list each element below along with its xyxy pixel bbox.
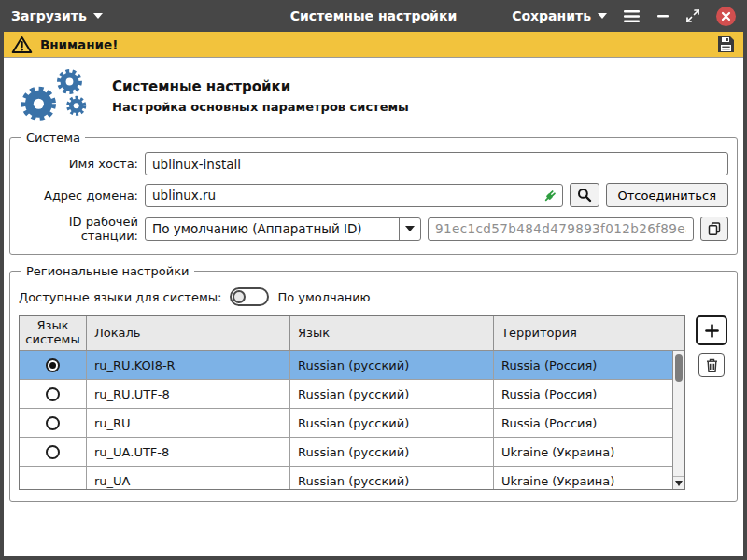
cell-territory: Ukraine (Украина): [494, 467, 684, 489]
station-id-row: ID рабочей станции: По умолчанию (Аппара…: [19, 215, 728, 243]
warning-icon: [11, 35, 33, 54]
default-language-toggle[interactable]: [230, 287, 269, 306]
station-id-value-field: [428, 217, 694, 241]
cell-locale: ru_RU.KOI8-R: [87, 351, 290, 379]
system-language-radio[interactable]: [46, 387, 60, 401]
regional-fieldset: Региональные настройки Доступные языки д…: [9, 264, 738, 502]
system-language-radio[interactable]: [46, 416, 60, 430]
regional-legend: Региональные настройки: [21, 264, 194, 278]
station-id-selected-option: По умолчанию (Аппаратный ID): [146, 218, 399, 240]
magnifier-icon: [577, 188, 592, 203]
table-row[interactable]: ru_RU Russian (русский) Russia (Россия): [20, 409, 684, 438]
close-icon: [721, 11, 731, 21]
available-languages-label: Доступные языки для системы:: [19, 290, 221, 304]
titlebar: Загрузить Системные настройки Сохранить: [0, 0, 747, 32]
arrow-down-icon: [675, 481, 683, 486]
table-header-row: Язык системы Локаль Язык Территория: [20, 316, 684, 351]
hamburger-icon: [623, 9, 641, 23]
cell-language: Russian (русский): [290, 467, 494, 489]
table-row[interactable]: ru_UA Russian (русский) Ukraine (Украина…: [20, 467, 684, 489]
table-body: ru_RU.KOI8-R Russian (русский) Russia (Р…: [20, 351, 684, 489]
locales-table-zone: Язык системы Локаль Язык Территория ru_R…: [19, 315, 728, 497]
expand-icon: [685, 8, 700, 23]
disconnect-button[interactable]: Отсоединиться: [606, 183, 729, 207]
page-title: Системные настройки: [112, 78, 409, 95]
system-legend: Система: [21, 131, 85, 145]
select-arrow-button[interactable]: [399, 218, 420, 240]
load-menu-button[interactable]: Загрузить: [11, 8, 103, 23]
cell-territory: Russia (Россия): [494, 380, 684, 408]
hostname-row: Имя хоста:: [19, 152, 728, 175]
table-actions: [695, 315, 728, 377]
system-language-radio[interactable]: [46, 445, 60, 459]
chevron-down-icon: [405, 226, 415, 231]
header-language: Язык: [290, 316, 494, 350]
table-row[interactable]: ru_RU.KOI8-R Russian (русский) Russia (Р…: [20, 351, 684, 380]
warning-text: Внимание!: [40, 37, 118, 52]
scrollbar-thumb[interactable]: [675, 354, 683, 382]
page-subtitle: Настройка основных параметров системы: [112, 100, 409, 114]
station-id-label: ID рабочей станции:: [19, 215, 138, 243]
domain-label: Адрес домена:: [19, 189, 138, 203]
system-language-radio[interactable]: [46, 358, 60, 372]
cell-territory: Ukraine (Украина): [494, 438, 684, 466]
floppy-icon: [716, 35, 736, 54]
table-row[interactable]: ru_UA.UTF-8 Russian (русский) Ukraine (У…: [20, 438, 684, 467]
hostname-input[interactable]: [145, 152, 728, 175]
cell-language: Russian (русский): [290, 351, 494, 379]
add-locale-button[interactable]: [696, 315, 727, 345]
page-header-text: Системные настройки Настройка основных п…: [112, 78, 409, 114]
cell-language: Russian (русский): [290, 409, 494, 437]
connected-plug-icon: [543, 188, 558, 203]
maximize-button[interactable]: [685, 8, 700, 23]
locales-table: Язык системы Локаль Язык Территория ru_R…: [19, 315, 685, 490]
header-territory: Территория: [494, 316, 684, 350]
cell-language: Russian (русский): [290, 380, 494, 408]
copy-icon: [707, 221, 722, 236]
trash-icon: [705, 357, 719, 373]
warning-banner: Внимание!: [4, 32, 743, 58]
cell-language: Russian (русский): [290, 438, 494, 466]
minimize-icon: [656, 9, 669, 22]
save-menu-button[interactable]: Сохранить: [512, 8, 607, 23]
cell-locale: ru_RU: [87, 409, 290, 437]
cell-locale: ru_RU.UTF-8: [87, 380, 290, 408]
copy-id-button[interactable]: [700, 217, 728, 241]
search-domain-button[interactable]: [570, 183, 599, 207]
domain-row: Адрес домена: Отсоединиться: [19, 183, 728, 207]
hostname-label: Имя хоста:: [19, 157, 138, 171]
available-languages-row: Доступные языки для системы: По умолчани…: [19, 287, 728, 306]
cell-locale: ru_UA.UTF-8: [87, 438, 290, 466]
toggle-knob: [233, 290, 246, 303]
caret-down-icon: [598, 13, 607, 19]
header-locale: Локаль: [87, 316, 290, 350]
system-fieldset: Система Имя хоста: Адрес домена:: [9, 131, 738, 255]
cell-territory: Russia (Россия): [494, 351, 684, 379]
delete-locale-button[interactable]: [698, 353, 725, 377]
main-menu-button[interactable]: [623, 9, 641, 23]
cell-territory: Russia (Россия): [494, 409, 684, 437]
domain-input[interactable]: [145, 184, 563, 207]
load-menu-label: Загрузить: [11, 8, 87, 23]
table-row[interactable]: ru_RU.UTF-8 Russian (русский) Russia (Ро…: [20, 380, 684, 409]
minimize-button[interactable]: [656, 9, 669, 22]
save-file-button[interactable]: [716, 35, 736, 54]
plus-icon: [704, 323, 720, 339]
cell-locale: ru_UA: [87, 467, 290, 489]
station-id-select[interactable]: По умолчанию (Аппаратный ID): [145, 217, 421, 241]
caret-down-icon: [93, 13, 103, 19]
gears-icon: [13, 67, 99, 125]
scrollbar-down-button[interactable]: [673, 476, 684, 489]
toggle-state-label: По умолчанию: [277, 290, 370, 304]
header-system-language: Язык системы: [20, 316, 87, 350]
save-menu-label: Сохранить: [512, 8, 591, 23]
window: Загрузить Системные настройки Сохранить: [0, 0, 747, 560]
vertical-scrollbar[interactable]: [672, 351, 684, 489]
close-button[interactable]: [716, 7, 736, 26]
page-header: Системные настройки Настройка основных п…: [4, 58, 743, 131]
